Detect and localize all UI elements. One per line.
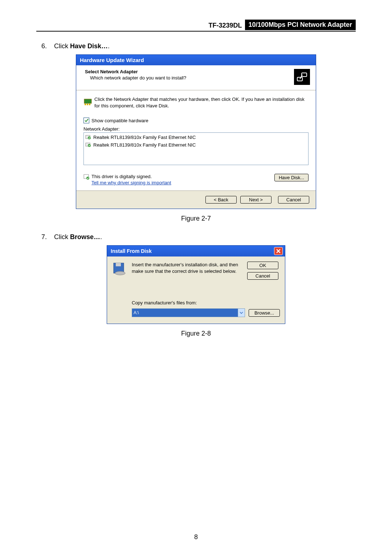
step-number: 6. xyxy=(41,42,52,50)
svg-point-9 xyxy=(88,144,91,147)
svg-rect-1 xyxy=(302,73,307,77)
figure-caption: Figure 2-7 xyxy=(36,215,356,222)
adapter-card-icon xyxy=(83,97,94,107)
cancel-button[interactable]: Cancel xyxy=(278,196,309,204)
adapter-name: Realtek RTL8139/810x Family Fast Etherne… xyxy=(93,135,196,140)
page-number: 8 xyxy=(0,533,392,541)
hardware-update-wizard-dialog: Hardware Update Wizard Select Network Ad… xyxy=(76,54,316,209)
svg-rect-13 xyxy=(116,263,121,266)
driver-signed-text: This driver is digitally signed. xyxy=(91,174,274,179)
dialog-header-title: Select Network Adapter xyxy=(85,69,294,74)
cancel-button[interactable]: Cancel xyxy=(247,272,278,280)
svg-point-7 xyxy=(88,136,91,139)
have-disk-button[interactable]: Have Disk... xyxy=(274,174,309,181)
driver-signing-link[interactable]: Tell me why driver signing is important xyxy=(91,180,171,185)
instruction-text: Insert the manufacturer's installation d… xyxy=(132,262,244,274)
next-button[interactable]: Next > xyxy=(240,196,271,204)
dialog-title: Install From Disk xyxy=(111,248,152,254)
certificate-icon xyxy=(83,174,91,181)
checkbox-checked-icon xyxy=(83,118,89,123)
info-text: Click the Network Adapter that matches y… xyxy=(94,96,309,109)
show-compatible-label: Show compatible hardware xyxy=(91,118,148,123)
svg-point-11 xyxy=(86,177,89,180)
dialog-title: Hardware Update Wizard xyxy=(76,55,316,65)
svg-point-14 xyxy=(115,271,125,275)
svg-rect-4 xyxy=(87,104,88,105)
show-compatible-checkbox[interactable]: Show compatible hardware xyxy=(83,118,309,123)
svg-rect-3 xyxy=(85,104,86,105)
browse-button[interactable]: Browse... xyxy=(249,309,280,317)
dialog-header: Select Network Adapter Which network ada… xyxy=(76,65,316,90)
step-text-bold: Have Disk… xyxy=(70,42,108,50)
adapter-list-label: Network Adapter: xyxy=(83,126,309,132)
adapter-list-item[interactable]: Realtek RTL8139/810x Family Fast Etherne… xyxy=(84,134,308,141)
close-button[interactable] xyxy=(274,247,283,255)
adapter-name: Realtek RTL8139/810x Family Fast Etherne… xyxy=(93,142,196,148)
model-code: TF-3239DL xyxy=(206,21,245,30)
step-text-prefix: Click xyxy=(54,42,70,50)
step-7: 7. Click Browse…. xyxy=(41,233,356,241)
step-6: 6. Click Have Disk…. xyxy=(41,42,356,50)
dialog-body: Click the Network Adapter that matches y… xyxy=(76,90,316,190)
back-button[interactable]: < Back xyxy=(205,196,237,204)
dialog-header-subtitle: Which network adapter do you want to ins… xyxy=(90,75,294,81)
signed-driver-icon xyxy=(85,141,92,148)
step-text-bold: Browse… xyxy=(70,233,100,241)
step-text-suffix: . xyxy=(108,42,110,50)
step-text-suffix: . xyxy=(100,233,102,241)
step-number: 7. xyxy=(41,233,52,241)
page-header: TF-3239DL 10/100Mbps PCI Network Adapter xyxy=(36,20,356,32)
dialog-footer: < Back Next > Cancel xyxy=(76,190,316,209)
path-combobox[interactable]: A:\ xyxy=(132,308,245,317)
adapter-list[interactable]: Realtek RTL8139/810x Family Fast Etherne… xyxy=(83,132,309,165)
ok-button[interactable]: OK xyxy=(247,262,278,269)
svg-rect-2 xyxy=(84,99,91,103)
network-adapter-icon xyxy=(294,69,310,85)
chevron-down-icon[interactable] xyxy=(238,309,245,317)
step-text-prefix: Click xyxy=(54,233,70,241)
floppy-disk-icon xyxy=(112,262,129,277)
figure-caption: Figure 2-8 xyxy=(36,330,356,337)
copy-from-label: Copy manufacturer's files from: xyxy=(132,300,280,305)
product-subtitle: 10/100Mbps PCI Network Adapter xyxy=(245,20,356,30)
svg-rect-5 xyxy=(89,104,90,105)
signed-driver-icon xyxy=(85,134,92,141)
path-value: A:\ xyxy=(132,309,238,317)
adapter-list-item[interactable]: Realtek RTL8139/810x Family Fast Etherne… xyxy=(84,141,308,149)
install-from-disk-dialog: Install From Disk Insert the manufacture… xyxy=(107,245,285,324)
